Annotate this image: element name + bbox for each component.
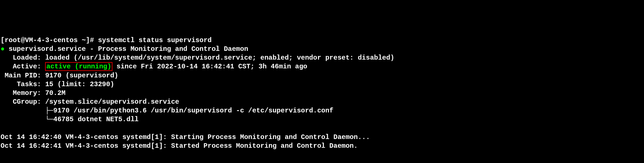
- command-text: systemctl status supervisord: [98, 36, 212, 44]
- tree-branch-icon: ├─: [1, 107, 53, 114]
- cgroup-value: /system.slice/supervisord.service: [45, 98, 179, 106]
- active-status: active (running): [45, 62, 112, 71]
- cgroup-tree1: ├─9170 /usr/bin/python3.6 /usr/bin/super…: [1, 106, 643, 115]
- status-dot-icon: ●: [1, 45, 5, 53]
- service-line: ● supervisord.service - Process Monitori…: [1, 45, 643, 53]
- mainpid-label: Main PID:: [1, 72, 41, 79]
- tasks-value: 15 (limit: 23290): [45, 81, 114, 88]
- mainpid-value: 9170 (supervisord): [45, 72, 118, 79]
- memory-line: Memory: 70.2M: [1, 89, 643, 97]
- log-line-1: Oct 14 16:42:40 VM-4-3-centos systemd[1]…: [1, 133, 643, 142]
- tree-end-icon: └─: [1, 116, 53, 123]
- loaded-label: Loaded:: [1, 54, 41, 62]
- prompt-user: root: [5, 36, 21, 44]
- service-description: Process Monitoring and Control Daemon: [98, 45, 248, 53]
- cgroup-label: CGroup:: [1, 98, 41, 106]
- log-line-2: Oct 14 16:42:41 VM-4-3-centos systemd[1]…: [1, 142, 643, 150]
- prompt-symbol: #: [90, 36, 94, 44]
- memory-value: 70.2M: [45, 89, 65, 97]
- cgroup-proc2: 46785 dotnet NET5.dll: [53, 116, 138, 123]
- prompt-host: VM-4-3-centos: [25, 36, 78, 44]
- prompt-path: ~: [82, 36, 86, 44]
- memory-label: Memory:: [1, 89, 41, 97]
- blank-line: [1, 124, 643, 133]
- loaded-value: loaded (/usr/lib/systemd/system/supervis…: [45, 54, 394, 62]
- active-label: Active:: [1, 63, 41, 70]
- active-line: Active: active (running) since Fri 2022-…: [1, 62, 643, 71]
- cgroup-tree2: └─46785 dotnet NET5.dll: [1, 115, 643, 124]
- prompt-line: [root@VM-4-3-centos ~]# systemctl status…: [1, 36, 643, 45]
- mainpid-line: Main PID: 9170 (supervisord): [1, 71, 643, 80]
- service-name: supervisord.service: [9, 45, 86, 53]
- active-since: since Fri 2022-10-14 16:42:41 CST; 3h 46…: [116, 63, 307, 70]
- terminal-output: [root@VM-4-3-centos ~]# systemctl status…: [1, 36, 643, 150]
- tasks-line: Tasks: 15 (limit: 23290): [1, 80, 643, 89]
- tasks-label: Tasks:: [1, 81, 41, 88]
- loaded-line: Loaded: loaded (/usr/lib/systemd/system/…: [1, 53, 643, 62]
- cgroup-line: CGroup: /system.slice/supervisord.servic…: [1, 97, 643, 106]
- cgroup-proc1: 9170 /usr/bin/python3.6 /usr/bin/supervi…: [53, 107, 333, 114]
